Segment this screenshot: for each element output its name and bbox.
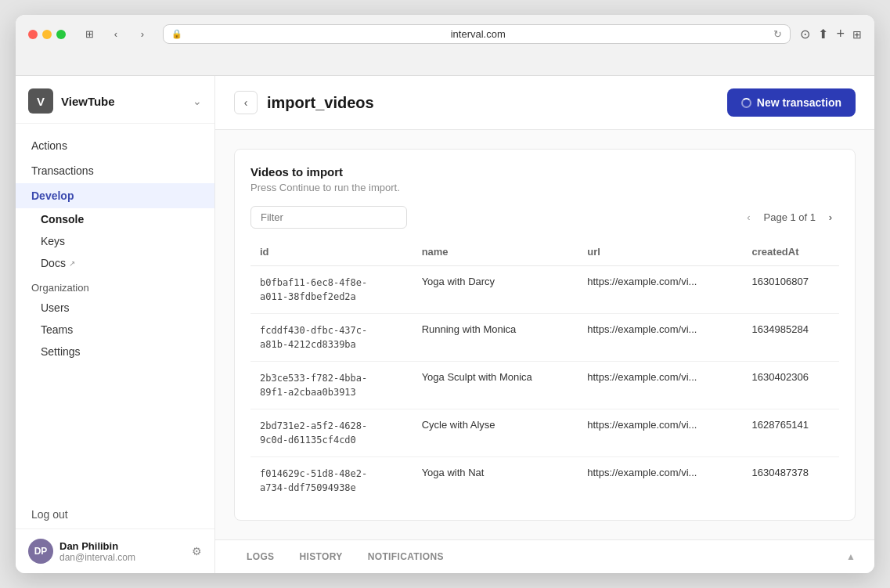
main-header: ‹ import_videos New transaction bbox=[215, 76, 874, 130]
back-button[interactable]: ‹ bbox=[234, 91, 258, 114]
traffic-light-red[interactable] bbox=[28, 30, 38, 39]
cell-createdat: 1630487378 bbox=[743, 457, 839, 505]
browser-tabs-bar bbox=[28, 50, 862, 75]
cell-id: 2b3ce533-f782-4bba-89f1-a2cbaa0b3913 bbox=[250, 362, 413, 409]
cell-name: Yoga with Nat bbox=[413, 457, 578, 505]
browser-toolbar-icons: ⊙ ⬆ + ⊞ bbox=[800, 26, 862, 42]
actions-label: Actions bbox=[31, 139, 67, 152]
filter-input[interactable] bbox=[250, 206, 407, 229]
sidebar-item-transactions[interactable]: Transactions bbox=[16, 158, 214, 183]
docs-label: Docs bbox=[41, 257, 66, 269]
app-name: ViewTube bbox=[61, 95, 185, 108]
section-subtitle: Press Continue to run the import. bbox=[250, 182, 839, 193]
console-label: Console bbox=[41, 213, 84, 225]
app-logo: V bbox=[28, 88, 53, 114]
table-row: 2bd731e2-a5f2-4628-9c0d-d61135cf4cd0 Cyc… bbox=[250, 409, 839, 457]
logout-button[interactable]: Log out bbox=[16, 503, 214, 528]
sidebar-item-console[interactable]: Console bbox=[16, 208, 214, 230]
external-link-icon: ↗ bbox=[69, 259, 75, 268]
sidebar-footer: DP Dan Philibin dan@interval.com ⚙ bbox=[16, 528, 214, 573]
sidebar-item-docs[interactable]: Docs ↗ bbox=[16, 252, 214, 274]
new-tab-icon[interactable]: + bbox=[836, 26, 845, 42]
scroll-top-button[interactable]: ▲ bbox=[846, 551, 856, 562]
user-email: dan@interval.com bbox=[59, 552, 186, 563]
cell-name: Running with Monica bbox=[413, 314, 578, 362]
back-chevron-icon: ‹ bbox=[244, 96, 248, 109]
cell-createdat: 1628765141 bbox=[743, 409, 839, 457]
settings-label: Settings bbox=[41, 345, 81, 358]
tab-logs[interactable]: LOGS bbox=[234, 540, 286, 573]
sidebar-item-actions[interactable]: Actions bbox=[16, 133, 214, 158]
data-table: id name url createdAt b0fbaf11-6ec8-4f8e… bbox=[250, 238, 839, 504]
forward-nav-icon[interactable]: › bbox=[132, 27, 153, 42]
share-icon[interactable]: ⬆ bbox=[818, 27, 828, 41]
main-content: ‹ import_videos New transaction Videos t… bbox=[215, 76, 874, 573]
app-logo-letter: V bbox=[37, 95, 45, 108]
url-text: interval.com bbox=[187, 28, 769, 40]
cell-name: Yoga with Darcy bbox=[413, 266, 578, 314]
cell-createdat: 1630402306 bbox=[743, 362, 839, 409]
cell-url: https://example.com/vi... bbox=[578, 362, 742, 409]
tabs-overview-icon[interactable]: ⊞ bbox=[852, 28, 862, 41]
cell-id: b0fbaf11-6ec8-4f8e-a011-38fdbef2ed2a bbox=[250, 266, 413, 314]
tab-history[interactable]: HISTORY bbox=[286, 540, 355, 573]
chevron-down-icon[interactable]: ⌄ bbox=[193, 95, 202, 107]
sidebar-toggle-icon[interactable]: ⊞ bbox=[78, 27, 100, 42]
col-header-url: url bbox=[578, 238, 742, 266]
avatar: DP bbox=[28, 539, 53, 564]
cell-id: 2bd731e2-a5f2-4628-9c0d-d61135cf4cd0 bbox=[250, 409, 413, 457]
new-transaction-button[interactable]: New transaction bbox=[727, 88, 856, 117]
table-header-row: id name url createdAt bbox=[250, 238, 839, 266]
sidebar-item-settings[interactable]: Settings bbox=[16, 341, 214, 363]
col-header-id: id bbox=[250, 238, 413, 266]
avatar-initials: DP bbox=[34, 546, 48, 557]
header-left: ‹ import_videos bbox=[234, 91, 374, 114]
keys-label: Keys bbox=[41, 235, 65, 247]
download-icon[interactable]: ⊙ bbox=[800, 27, 810, 41]
cell-url: https://example.com/vi... bbox=[578, 457, 742, 505]
col-header-name: name bbox=[413, 238, 578, 266]
cell-url: https://example.com/vi... bbox=[578, 409, 742, 457]
sidebar-item-teams[interactable]: Teams bbox=[16, 319, 214, 341]
table-row: f014629c-51d8-48e2-a734-ddf75094938e Yog… bbox=[250, 457, 839, 505]
section-title: Videos to import bbox=[250, 165, 839, 179]
back-nav-icon[interactable]: ‹ bbox=[105, 27, 127, 42]
traffic-lights bbox=[28, 30, 66, 39]
reload-icon: ↻ bbox=[773, 28, 782, 40]
table-row: 2b3ce533-f782-4bba-89f1-a2cbaa0b3913 Yog… bbox=[250, 362, 839, 409]
sidebar-item-develop[interactable]: Develop bbox=[16, 183, 214, 208]
cell-createdat: 1630106807 bbox=[743, 266, 839, 314]
new-transaction-label: New transaction bbox=[757, 96, 841, 109]
gear-icon[interactable]: ⚙ bbox=[192, 545, 202, 557]
organization-section-label: Organization bbox=[16, 274, 214, 297]
address-bar[interactable]: 🔒 interval.com ↻ bbox=[163, 24, 791, 44]
table-row: b0fbaf11-6ec8-4f8e-a011-38fdbef2ed2a Yog… bbox=[250, 266, 839, 314]
cell-createdat: 1634985284 bbox=[743, 314, 839, 362]
filter-pagination-row: ‹ Page 1 of 1 › bbox=[250, 206, 839, 229]
bottom-tabs: LOGS HISTORY NOTIFICATIONS ▲ bbox=[215, 539, 874, 573]
cell-name: Cycle with Alyse bbox=[413, 409, 578, 457]
table-row: fcddf430-dfbc-437c-a81b-4212cd8339ba Run… bbox=[250, 314, 839, 362]
pagination-next-icon[interactable]: › bbox=[822, 209, 839, 226]
teams-label: Teams bbox=[41, 323, 73, 336]
cell-name: Yoga Sculpt with Monica bbox=[413, 362, 578, 409]
lock-icon: 🔒 bbox=[171, 29, 182, 39]
pagination-prev-icon[interactable]: ‹ bbox=[740, 209, 758, 226]
browser-chrome: ⊞ ‹ › 🔒 interval.com ↻ ⊙ ⬆ + ⊞ bbox=[16, 15, 874, 76]
traffic-light-yellow[interactable] bbox=[42, 30, 52, 39]
app-body: V ViewTube ⌄ Actions Transactions Develo… bbox=[16, 76, 874, 573]
user-name: Dan Philibin bbox=[59, 540, 186, 552]
spinner-icon bbox=[741, 98, 751, 108]
sidebar-header: V ViewTube ⌄ bbox=[16, 76, 214, 124]
traffic-light-green[interactable] bbox=[56, 30, 66, 39]
users-label: Users bbox=[41, 301, 70, 314]
sidebar-item-keys[interactable]: Keys bbox=[16, 230, 214, 252]
transactions-label: Transactions bbox=[31, 164, 94, 177]
pagination-label: Page 1 of 1 bbox=[764, 211, 816, 223]
content-area: Videos to import Press Continue to run t… bbox=[215, 130, 874, 539]
tab-notifications[interactable]: NOTIFICATIONS bbox=[355, 540, 456, 573]
pagination-info: ‹ Page 1 of 1 › bbox=[740, 209, 840, 226]
content-card: Videos to import Press Continue to run t… bbox=[234, 149, 856, 521]
cell-url: https://example.com/vi... bbox=[578, 314, 742, 362]
sidebar-item-users[interactable]: Users bbox=[16, 297, 214, 319]
